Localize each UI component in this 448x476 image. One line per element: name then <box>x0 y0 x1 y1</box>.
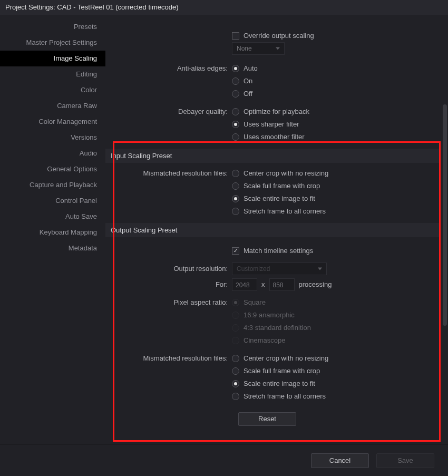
main-panel: Override output scaling None Anti-alias … <box>105 15 448 444</box>
output-mismatch-centercrop-radio[interactable] <box>232 355 239 362</box>
sidebar-item-general-options[interactable]: General Options <box>0 161 105 177</box>
output-resolution-select[interactable]: Customized <box>232 263 327 275</box>
anti-alias-off-label: Off <box>244 88 252 100</box>
output-height-input[interactable]: 858 <box>269 278 295 291</box>
pixel-aspect-ratio-label: Pixel aspect ratio: <box>105 296 232 309</box>
anti-alias-off-radio[interactable] <box>232 90 239 98</box>
par-169-radio <box>232 312 239 319</box>
window-titlebar: Project Settings: CAD - TestReel 01 (cor… <box>0 0 448 15</box>
input-mismatch-scaleentire-radio[interactable] <box>232 195 239 202</box>
debayer-optimize-radio[interactable] <box>232 108 239 115</box>
par-169-label: 16:9 anamorphic <box>244 309 295 322</box>
input-mismatch-centercrop-label: Center crop with no resizing <box>244 167 328 180</box>
anti-alias-on-label: On <box>244 75 252 88</box>
reset-button-label: Reset <box>258 413 276 425</box>
par-cinemascope-label: Cinemascope <box>244 334 286 347</box>
output-scaling-preset-header: Output Scaling Preset <box>105 223 441 237</box>
override-output-scaling-select[interactable]: None <box>232 42 285 55</box>
input-mismatch-scalefull-radio[interactable] <box>232 182 239 190</box>
output-resolution-label: Output resolution: <box>105 263 232 275</box>
input-mismatch-centercrop-radio[interactable] <box>232 170 239 177</box>
input-mismatch-stretch-radio[interactable] <box>232 208 239 215</box>
anti-alias-label: Anti-alias edges: <box>105 62 232 75</box>
output-mismatch-stretch-radio[interactable] <box>232 393 239 400</box>
sidebar-item-presets[interactable]: Presets <box>0 19 105 35</box>
debayer-smoother-label: Uses smoother filter <box>244 131 305 143</box>
sidebar-item-editing[interactable]: Editing <box>0 66 105 82</box>
sidebar-item-color-management[interactable]: Color Management <box>0 114 105 130</box>
sidebar-item-image-scaling[interactable]: Image Scaling <box>0 51 105 66</box>
sidebar-item-auto-save[interactable]: Auto Save <box>0 209 105 225</box>
debayer-smoother-radio[interactable] <box>232 133 239 141</box>
par-43-radio <box>232 324 239 332</box>
debayer-optimize-label: Optimize for playback <box>244 105 309 118</box>
output-mismatch-stretch-label: Stretch frame to all corners <box>244 390 326 403</box>
match-timeline-checkbox[interactable] <box>232 247 239 255</box>
input-mismatch-scaleentire-label: Scale entire image to fit <box>244 192 315 205</box>
cancel-button[interactable]: Cancel <box>311 453 369 468</box>
output-mismatch-scaleentire-radio[interactable] <box>232 380 239 387</box>
anti-alias-on-radio[interactable] <box>232 77 239 85</box>
sidebar-item-audio[interactable]: Audio <box>0 145 105 161</box>
output-for-label: For: <box>105 278 232 291</box>
reset-button[interactable]: Reset <box>238 412 296 426</box>
save-button-label: Save <box>397 456 413 464</box>
scrollbar[interactable] <box>443 104 447 326</box>
anti-alias-auto-radio[interactable] <box>232 65 239 72</box>
input-mismatch-label: Mismatched resolution files: <box>105 167 232 180</box>
output-width-input[interactable]: 2048 <box>232 278 257 291</box>
par-square-label: Square <box>244 296 266 309</box>
output-mismatch-scalefull-radio[interactable] <box>232 367 239 375</box>
override-output-scaling-value: None <box>237 42 252 55</box>
input-mismatch-stretch-label: Stretch frame to all corners <box>244 205 326 218</box>
output-mismatch-scalefull-label: Scale full frame with crop <box>244 365 320 377</box>
sidebar-item-color[interactable]: Color <box>0 82 105 98</box>
output-mismatch-label: Mismatched resolution files: <box>105 352 232 365</box>
sidebar-item-keyboard-mapping[interactable]: Keyboard Mapping <box>0 225 105 240</box>
override-output-scaling-checkbox[interactable] <box>232 32 239 40</box>
window-title: Project Settings: CAD - TestReel 01 (cor… <box>5 3 179 11</box>
cancel-button-label: Cancel <box>329 456 350 464</box>
debayer-label: Debayer quality: <box>105 105 232 118</box>
par-square-radio <box>232 299 239 306</box>
bottom-bar: Cancel Save <box>0 444 448 476</box>
sidebar-item-capture-and-playback[interactable]: Capture and Playback <box>0 177 105 193</box>
window-body: Presets Master Project Settings Image Sc… <box>0 15 448 444</box>
sidebar-item-camera-raw[interactable]: Camera Raw <box>0 98 105 114</box>
sidebar-item-metadata[interactable]: Metadata <box>0 240 105 256</box>
output-mismatch-scaleentire-label: Scale entire image to fit <box>244 377 315 390</box>
sidebar-item-control-panel[interactable]: Control Panel <box>0 193 105 209</box>
sidebar: Presets Master Project Settings Image Sc… <box>0 15 105 444</box>
output-for-sep: x <box>261 278 265 291</box>
output-resolution-value: Customized <box>237 263 270 275</box>
save-button: Save <box>376 453 434 468</box>
match-timeline-label: Match timeline settings <box>244 245 313 257</box>
par-43-label: 4:3 standard definition <box>244 322 311 334</box>
sidebar-item-versions[interactable]: Versions <box>0 130 105 145</box>
project-settings-window: Project Settings: CAD - TestReel 01 (cor… <box>0 0 448 476</box>
par-cinemascope-radio <box>232 337 239 344</box>
sidebar-item-master-project-settings[interactable]: Master Project Settings <box>0 35 105 51</box>
input-scaling-preset-header: Input Scaling Preset <box>105 149 441 163</box>
debayer-sharper-label: Uses sharper filter <box>244 118 299 131</box>
input-mismatch-scalefull-label: Scale full frame with crop <box>244 180 320 192</box>
anti-alias-auto-label: Auto <box>244 62 258 75</box>
output-mismatch-centercrop-label: Center crop with no resizing <box>244 352 328 365</box>
override-output-scaling-label: Override output scaling <box>244 30 314 42</box>
output-for-suffix: processing <box>299 278 332 291</box>
content: Override output scaling None Anti-alias … <box>105 15 441 442</box>
debayer-sharper-radio[interactable] <box>232 121 239 128</box>
